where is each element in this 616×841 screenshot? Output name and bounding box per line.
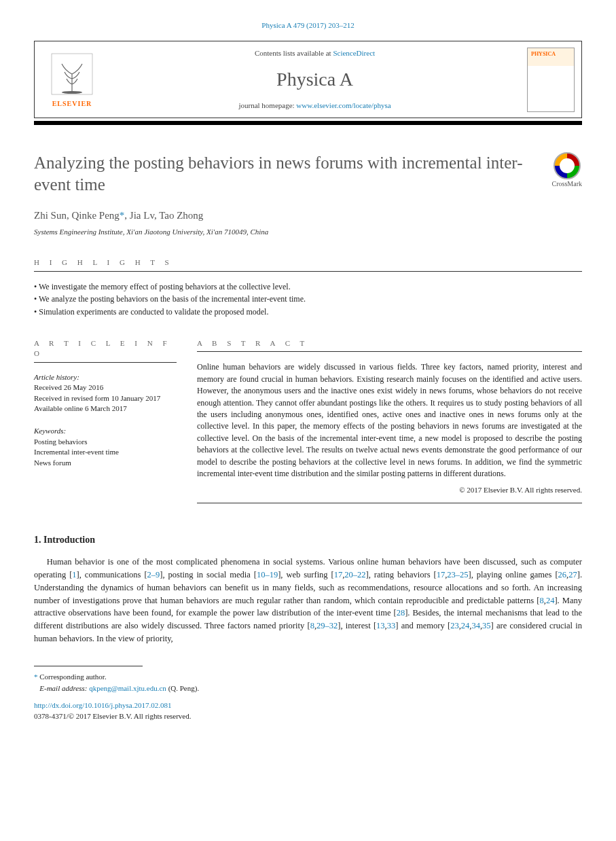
citation-link[interactable]: 20–22 bbox=[344, 570, 365, 579]
highlight-item: Simulation experiments are conducted to … bbox=[34, 306, 582, 318]
body-text: ] and memory [ bbox=[395, 621, 450, 630]
history-line: Received in revised form 10 January 2017 bbox=[34, 393, 177, 404]
journal-header: ELSEVIER Contents lists available at Sci… bbox=[34, 41, 582, 118]
abstract-bottom-rule bbox=[197, 503, 582, 503]
info-rule bbox=[34, 362, 177, 363]
issn-copyright: 0378-4371/© 2017 Elsevier B.V. All right… bbox=[34, 711, 582, 721]
keyword: Posting behaviors bbox=[34, 437, 177, 447]
authors-line: Zhi Sun, Qinke Peng*, Jia Lv, Tao Zhong bbox=[34, 209, 582, 223]
journal-name: Physica A bbox=[276, 66, 353, 92]
corresponding-email-link[interactable]: qkpeng@mail.xjtu.edu.cn bbox=[89, 684, 166, 692]
body-text: ], rating behaviors [ bbox=[366, 570, 437, 579]
highlights-rule bbox=[34, 271, 582, 272]
citation-link[interactable]: 17 bbox=[334, 570, 343, 579]
corr-label: Corresponding author. bbox=[39, 673, 106, 681]
corr-star: * bbox=[34, 673, 38, 681]
journal-homepage-link[interactable]: www.elsevier.com/locate/physa bbox=[296, 101, 391, 109]
citation-link[interactable]: 13 bbox=[376, 621, 385, 630]
abstract-text: Online human behaviors are widely discus… bbox=[197, 361, 582, 480]
highlight-item: We investigate the memory effect of post… bbox=[34, 281, 582, 293]
citation-link[interactable]: 29–32 bbox=[316, 621, 338, 630]
abstract-rule bbox=[197, 351, 582, 352]
article-title: Analyzing the posting behaviors in news … bbox=[34, 152, 532, 195]
citation-link[interactable]: 34 bbox=[471, 621, 480, 630]
history-label: Article history: bbox=[34, 372, 177, 382]
citation-link[interactable]: 24 bbox=[461, 621, 470, 630]
highlights-list: We investigate the memory effect of post… bbox=[34, 281, 582, 318]
email-suffix: (Q. Peng). bbox=[168, 684, 200, 692]
header-separator-bar bbox=[34, 121, 582, 125]
abstract-label: a b s t r a c t bbox=[197, 338, 582, 348]
abstract-column: a b s t r a c t Online human behaviors a… bbox=[197, 338, 582, 513]
info-abstract-row: a r t i c l e i n f o Article history: R… bbox=[34, 338, 582, 513]
citation-link[interactable]: 26 bbox=[558, 570, 567, 579]
crossmark-badge[interactable]: CrossMark bbox=[552, 152, 582, 189]
journal-reference: Physica A 479 (2017) 203–212 bbox=[34, 20, 582, 31]
body-text: ], communications [ bbox=[77, 570, 147, 579]
title-row: Analyzing the posting behaviors in news … bbox=[34, 152, 582, 195]
introduction-heading: 1. Introduction bbox=[34, 533, 582, 547]
keywords-block: Keywords: Posting behaviors Incremental … bbox=[34, 426, 177, 468]
body-text: ], posting in social media [ bbox=[160, 570, 257, 579]
article-history-block: Article history: Received 26 May 2016 Re… bbox=[34, 372, 177, 414]
homepage-prefix: journal homepage: bbox=[238, 101, 296, 109]
email-footnote: E-mail address: qkpeng@mail.xjtu.edu.cn … bbox=[34, 683, 582, 694]
history-line: Available online 6 March 2017 bbox=[34, 404, 177, 414]
svg-point-1 bbox=[62, 91, 82, 94]
body-text: ], playing online games [ bbox=[469, 570, 558, 579]
corresponding-author-footnote: * Corresponding author. bbox=[34, 672, 582, 682]
contents-prefix: Contents lists available at bbox=[255, 49, 333, 57]
citation-link[interactable]: 28 bbox=[397, 608, 405, 618]
cover-cell bbox=[520, 41, 581, 118]
body-text: ], interest [ bbox=[338, 621, 376, 630]
introduction-paragraph: Human behavior is one of the most compli… bbox=[34, 556, 582, 645]
citation-link[interactable]: 24 bbox=[546, 596, 555, 605]
citation-link[interactable]: 10–19 bbox=[257, 570, 278, 579]
sciencedirect-link[interactable]: ScienceDirect bbox=[333, 49, 375, 57]
publisher-logo-cell: ELSEVIER bbox=[35, 41, 109, 118]
citation-link[interactable]: 2–9 bbox=[147, 570, 160, 579]
history-line: Received 26 May 2016 bbox=[34, 382, 177, 393]
body-text: ], web surfing [ bbox=[278, 570, 334, 579]
citation-link[interactable]: 33 bbox=[387, 621, 396, 630]
article-info-label: a r t i c l e i n f o bbox=[34, 338, 177, 359]
highlights-label: h i g h l i g h t s bbox=[34, 257, 582, 268]
doi-link[interactable]: http://dx.doi.org/10.1016/j.physa.2017.0… bbox=[34, 700, 582, 711]
elsevier-tree-icon bbox=[48, 50, 96, 98]
keyword: News forum bbox=[34, 458, 177, 468]
citation-link[interactable]: 23 bbox=[450, 621, 459, 630]
header-center: Contents lists available at ScienceDirec… bbox=[109, 41, 520, 118]
footnote-separator bbox=[34, 666, 143, 666]
publisher-name: ELSEVIER bbox=[52, 99, 92, 109]
citation-link[interactable]: 23–25 bbox=[447, 570, 468, 579]
contents-available-line: Contents lists available at ScienceDirec… bbox=[255, 48, 375, 58]
highlight-item: We analyze the posting behaviors on the … bbox=[34, 293, 582, 305]
citation-link[interactable]: 27 bbox=[568, 570, 577, 579]
abstract-copyright: © 2017 Elsevier B.V. All rights reserved… bbox=[197, 485, 582, 495]
email-label: E-mail address: bbox=[39, 684, 87, 692]
journal-cover-thumbnail bbox=[527, 48, 575, 112]
homepage-line: journal homepage: www.elsevier.com/locat… bbox=[238, 101, 391, 111]
affiliation: Systems Engineering Institute, Xi'an Jia… bbox=[34, 227, 582, 237]
crossmark-label: CrossMark bbox=[552, 179, 582, 189]
crossmark-icon bbox=[554, 152, 581, 179]
citation-link[interactable]: 35 bbox=[482, 621, 491, 630]
keywords-label: Keywords: bbox=[34, 426, 177, 436]
keyword: Incremental inter-event time bbox=[34, 447, 177, 457]
authors-tail: , Jia Lv, Tao Zhong bbox=[124, 210, 203, 221]
article-info-column: a r t i c l e i n f o Article history: R… bbox=[34, 338, 177, 513]
authors-names: Zhi Sun, Qinke Peng bbox=[34, 210, 120, 221]
citation-link[interactable]: 17 bbox=[437, 570, 446, 579]
